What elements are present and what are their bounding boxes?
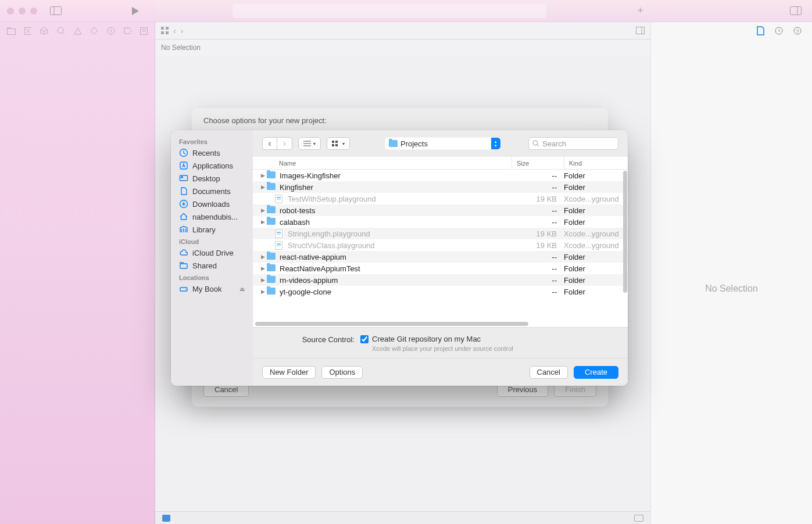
svg-rect-37 xyxy=(332,144,334,146)
project-nav-icon[interactable] xyxy=(7,27,16,35)
sidebar-item[interactable]: My Book⏏ xyxy=(171,282,253,295)
sidebar-toggle-icon[interactable] xyxy=(50,6,62,15)
disclosure-icon[interactable]: ▶ xyxy=(259,277,267,283)
related-items-icon[interactable] xyxy=(161,27,169,34)
file-size: -- xyxy=(511,253,564,261)
add-button-icon[interactable]: + xyxy=(637,5,643,17)
create-button[interactable]: Create xyxy=(574,366,618,379)
playground-icon xyxy=(275,241,282,250)
vertical-scrollbar[interactable] xyxy=(623,171,627,293)
file-row[interactable]: ▶Kingfisher--Folder xyxy=(253,181,628,193)
options-button[interactable]: Options xyxy=(321,366,363,379)
debug-nav-icon[interactable] xyxy=(107,27,115,35)
sidebar-item[interactable]: Recents xyxy=(171,146,253,159)
sidebar-item[interactable]: Library xyxy=(171,223,253,236)
disclosure-icon[interactable]: ▶ xyxy=(259,219,267,225)
column-name[interactable]: Name xyxy=(253,157,511,169)
sidebar-item[interactable]: Desktop xyxy=(171,172,253,185)
run-button-icon[interactable] xyxy=(131,6,139,16)
playground-icon xyxy=(275,229,282,238)
location-label: Projects xyxy=(400,139,428,148)
file-row[interactable]: ▶yt-google-clone--Folder xyxy=(253,286,628,297)
layout-icon[interactable] xyxy=(634,515,643,522)
svg-text:?: ? xyxy=(796,28,799,34)
breakpoint-nav-icon[interactable] xyxy=(124,27,132,34)
file-size: -- xyxy=(511,183,564,192)
history-inspector-icon[interactable] xyxy=(775,27,783,35)
nav-back-icon[interactable]: ‹ xyxy=(173,26,176,35)
svg-rect-19 xyxy=(636,27,645,34)
issue-nav-icon[interactable] xyxy=(74,27,82,35)
help-inspector-icon[interactable]: ? xyxy=(793,27,802,35)
source-control-nav-icon[interactable] xyxy=(24,27,32,35)
folder-icon xyxy=(267,171,276,178)
doc-icon xyxy=(179,186,188,196)
desktop-icon xyxy=(179,174,188,183)
file-size: -- xyxy=(511,171,564,180)
file-kind: Folder xyxy=(564,264,628,273)
file-row[interactable]: ▶Images-Kingfisher--Folder xyxy=(253,170,628,181)
sidebar-item[interactable]: Documents xyxy=(171,185,253,198)
svg-rect-36 xyxy=(335,141,338,143)
svg-rect-15 xyxy=(161,27,164,30)
panel-toggle-icon[interactable] xyxy=(790,6,802,15)
location-popup[interactable]: Projects ▴▾ xyxy=(385,137,501,150)
file-inspector-icon[interactable] xyxy=(757,26,764,35)
sidebar-section-header: Favorites xyxy=(171,136,253,146)
disclosure-icon[interactable]: ▶ xyxy=(259,265,267,271)
file-list-header[interactable]: Name Size Kind xyxy=(253,157,628,170)
svg-rect-35 xyxy=(332,141,334,143)
file-row[interactable]: ▶robot-tests--Folder xyxy=(253,204,628,216)
disclosure-icon[interactable]: ▶ xyxy=(259,289,267,295)
sidebar-item[interactable]: Shared xyxy=(171,259,253,272)
title-bar: + xyxy=(0,0,812,22)
disclosure-icon[interactable]: ▶ xyxy=(259,184,267,190)
column-size[interactable]: Size xyxy=(511,157,564,169)
disclosure-icon[interactable]: ▶ xyxy=(259,254,267,260)
file-size: 19 KB xyxy=(511,195,564,203)
git-checkbox[interactable]: Create Git repository on my Mac xyxy=(360,335,481,343)
back-button[interactable]: ‹ xyxy=(262,137,277,150)
file-name: calabash xyxy=(278,218,511,227)
activity-bar xyxy=(232,4,546,18)
editor-options-icon[interactable] xyxy=(636,27,645,34)
stepper-icon[interactable]: ▴▾ xyxy=(491,138,500,149)
inspector-tabs[interactable]: ? xyxy=(651,22,812,40)
window-controls[interactable] xyxy=(7,8,37,15)
file-size: -- xyxy=(511,218,564,227)
search-input[interactable]: Search xyxy=(528,137,618,150)
view-mode-button[interactable]: ▾ xyxy=(298,137,321,150)
sidebar-section-header: iCloud xyxy=(171,236,253,246)
disclosure-icon[interactable]: ▶ xyxy=(259,173,267,178)
file-row[interactable]: ▶react-native-appium--Folder xyxy=(253,251,628,263)
sidebar-item[interactable]: Downloads xyxy=(171,198,253,210)
git-checkbox-input[interactable] xyxy=(360,335,369,343)
svg-rect-17 xyxy=(161,31,164,34)
editor-jumpbar[interactable]: ‹ › xyxy=(155,22,650,40)
sidebar-item[interactable]: Applications xyxy=(171,159,253,172)
file-row[interactable]: ▶calabash--Folder xyxy=(253,216,628,228)
horizontal-scrollbar[interactable] xyxy=(255,322,528,326)
new-folder-button[interactable]: New Folder xyxy=(262,366,316,379)
test-nav-icon[interactable] xyxy=(90,27,98,35)
disclosure-icon[interactable]: ▶ xyxy=(259,207,267,213)
sidebar-item[interactable]: iCloud Drive xyxy=(171,246,253,259)
eject-icon[interactable]: ⏏ xyxy=(239,286,245,292)
symbol-nav-icon[interactable] xyxy=(40,27,48,35)
cancel-button[interactable]: Cancel xyxy=(530,366,568,379)
file-list[interactable]: ▶Images-Kingfisher--Folder▶Kingfisher--F… xyxy=(253,170,628,327)
file-row[interactable]: ▶ReactNativeAppiumTest--Folder xyxy=(253,263,628,274)
file-row[interactable]: ▶rn-videos-appium--Folder xyxy=(253,274,628,286)
nav-forward-icon[interactable]: › xyxy=(181,26,184,35)
navigator-tabs[interactable] xyxy=(0,22,155,40)
svg-rect-4 xyxy=(8,28,16,34)
dialog-sidebar: FavoritesRecentsApplicationsDesktopDocum… xyxy=(171,130,253,386)
filter-icon[interactable] xyxy=(162,515,170,522)
file-size: -- xyxy=(511,264,564,273)
sidebar-item[interactable]: nabendubis... xyxy=(171,210,253,223)
column-kind[interactable]: Kind xyxy=(564,157,628,169)
report-nav-icon[interactable] xyxy=(140,27,148,35)
group-by-button[interactable]: ▾ xyxy=(327,137,350,150)
find-nav-icon[interactable] xyxy=(57,27,65,35)
file-kind: Xcode...yground xyxy=(564,229,628,238)
